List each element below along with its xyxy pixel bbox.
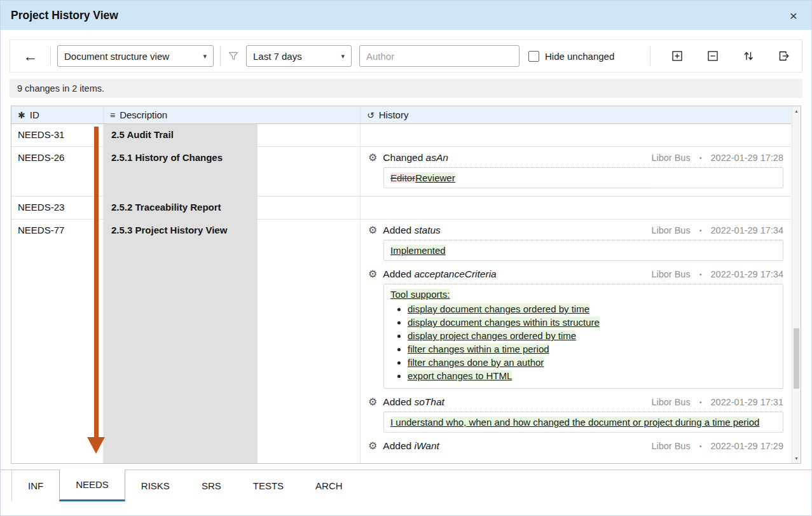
- tab-needs[interactable]: NEEDS: [59, 470, 125, 501]
- toolbar: ← Document structure view ▾ Last 7 days …: [10, 39, 802, 73]
- column-header-id[interactable]: ✱ ID: [11, 106, 104, 123]
- back-button[interactable]: ←: [17, 49, 44, 64]
- entry-meta: Libor Bus•2022-01-29 17:34: [651, 225, 783, 235]
- vertical-scrollbar[interactable]: ▲ ▼: [792, 106, 801, 463]
- table-row[interactable]: NEEDS-772.5.3 Project History View⚙Added…: [11, 220, 791, 463]
- column-label-history: History: [379, 109, 409, 120]
- separator: [50, 46, 51, 66]
- description-heading: 2.5.2 Traceability Report: [104, 197, 258, 219]
- row-history-cell: ⚙Changed asAnLibor Bus•2022-01-29 17:28E…: [361, 147, 791, 196]
- sort-button[interactable]: [742, 50, 755, 62]
- document-tabs: INFNEEDSRISKSSRSTESTSARCH: [1, 470, 811, 501]
- added-text: Implemented: [390, 245, 446, 256]
- added-text: filter changes within a time period: [408, 344, 549, 354]
- project-history-window: Project History View × ← Document struct…: [0, 0, 812, 516]
- filter-icon: [227, 50, 240, 62]
- timestamp: 2022-01-29 17:28: [711, 153, 784, 163]
- row-history-cell: ⚙Added statusLibor Bus•2022-01-29 17:34I…: [361, 220, 791, 463]
- timestamp: 2022-01-29 17:29: [711, 441, 784, 451]
- bullet-separator: •: [699, 227, 702, 234]
- added-text: display document changes ordered by time: [408, 303, 589, 314]
- hide-unchanged-checkbox[interactable]: Hide unchanged: [528, 51, 614, 62]
- column-label-id: ID: [30, 109, 39, 120]
- tab-risks[interactable]: RISKS: [125, 470, 186, 501]
- row-description-cell: 2.5 Audit Trail: [104, 124, 361, 146]
- bullet-separator: •: [699, 442, 702, 450]
- change-box: I understand who, when and how changed t…: [383, 412, 783, 433]
- history-entry: ⚙Added soThatLibor Bus•2022-01-29 17:31I…: [368, 396, 783, 433]
- change-list-item: filter changes done by an author: [408, 357, 776, 368]
- change-list-item: export changes to HTML: [408, 370, 776, 381]
- entry-meta: Libor Bus•2022-01-29 17:34: [651, 269, 783, 279]
- tab-inf[interactable]: INF: [11, 470, 59, 501]
- gear-icon: ⚙: [368, 153, 377, 163]
- timestamp: 2022-01-29 17:34: [711, 269, 784, 279]
- history-entry: ⚙Added acceptanceCriteriaLibor Bus•2022-…: [368, 268, 783, 389]
- added-text: export changes to HTML: [408, 370, 512, 381]
- export-button[interactable]: [778, 50, 790, 62]
- column-header-history[interactable]: ↺ History: [361, 106, 791, 123]
- description-heading: 2.5.1 History of Changes: [104, 147, 258, 196]
- author-input[interactable]: [359, 45, 520, 67]
- entry-header: ⚙Added iWantLibor Bus•2022-01-29 17:29: [368, 440, 783, 452]
- tab-arch[interactable]: ARCH: [299, 470, 359, 501]
- row-id: NEEDS-77: [11, 220, 104, 463]
- author-name: Libor Bus: [651, 397, 690, 407]
- bullet-separator: •: [699, 154, 702, 162]
- change-box: EditorReviewer: [383, 167, 783, 188]
- tab-tests[interactable]: TESTS: [237, 470, 299, 501]
- entry-header: ⚙Added statusLibor Bus•2022-01-29 17:34: [368, 225, 783, 236]
- author-name: Libor Bus: [651, 225, 690, 235]
- checkbox-box[interactable]: [528, 51, 539, 62]
- change-list-item: filter changes within a time period: [408, 344, 776, 354]
- table-row[interactable]: NEEDS-262.5.1 History of Changes⚙Changed…: [11, 147, 791, 197]
- added-text: I understand who, when and how changed t…: [390, 417, 759, 428]
- asterisk-icon: ✱: [18, 110, 25, 120]
- column-header-description[interactable]: ≡ Description: [104, 106, 361, 123]
- scroll-up-icon[interactable]: ▲: [792, 106, 801, 116]
- history-table: ✱ ID ≡ Description ↺ History NEEDS-312.5…: [11, 106, 801, 464]
- added-text: display document changes within its stru…: [408, 317, 600, 328]
- close-icon[interactable]: ×: [786, 8, 801, 24]
- table-row[interactable]: NEEDS-232.5.2 Traceability Report: [11, 197, 791, 220]
- view-select[interactable]: Document structure view ▾: [57, 45, 214, 67]
- entry-title: Added iWant: [383, 440, 439, 452]
- view-select-value: Document structure view: [64, 51, 169, 62]
- table-header: ✱ ID ≡ Description ↺ History: [11, 106, 791, 124]
- period-select-value: Last 7 days: [253, 51, 302, 62]
- chevron-down-icon: ▾: [196, 52, 207, 60]
- table-row[interactable]: NEEDS-312.5 Audit Trail: [11, 124, 791, 147]
- expand-all-button[interactable]: [671, 50, 684, 62]
- window-title: Project History View: [11, 9, 118, 22]
- scrollbar-thumb[interactable]: [794, 328, 799, 389]
- entry-meta: Libor Bus•2022-01-29 17:28: [651, 153, 783, 163]
- added-text: Reviewer: [415, 172, 455, 183]
- timestamp: 2022-01-29 17:34: [711, 225, 784, 235]
- entry-header: ⚙Added acceptanceCriteriaLibor Bus•2022-…: [368, 268, 783, 280]
- tab-srs[interactable]: SRS: [186, 470, 237, 501]
- status-bar: 9 changes in 2 items.: [10, 79, 802, 98]
- removed-text: Editor: [390, 172, 415, 183]
- collapse-all-button[interactable]: [706, 50, 719, 62]
- added-text: filter changes done by an author: [408, 357, 544, 368]
- row-description-cell: 2.5.2 Traceability Report: [104, 197, 361, 219]
- author-name: Libor Bus: [651, 441, 690, 451]
- history-entry: ⚙Added iWantLibor Bus•2022-01-29 17:29: [368, 440, 783, 452]
- bullet-separator: •: [699, 398, 702, 406]
- row-id: NEEDS-26: [11, 147, 104, 196]
- table-body: NEEDS-312.5 Audit TrailNEEDS-262.5.1 His…: [11, 124, 791, 463]
- change-list-item: display document changes within its stru…: [408, 317, 776, 328]
- hide-unchanged-label: Hide unchanged: [545, 51, 614, 62]
- gear-icon: ⚙: [368, 269, 377, 279]
- period-select[interactable]: Last 7 days ▾: [246, 45, 352, 67]
- scroll-down-icon[interactable]: ▼: [792, 454, 801, 463]
- row-description-cell: 2.5.1 History of Changes: [104, 147, 361, 196]
- entry-title: Added status: [383, 225, 441, 236]
- bullet-separator: •: [699, 270, 702, 278]
- entry-meta: Libor Bus•2022-01-29 17:31: [651, 397, 783, 407]
- row-id: NEEDS-31: [11, 124, 104, 146]
- entry-title: Changed asAn: [383, 152, 448, 164]
- change-box: Tool supports:display document changes o…: [383, 284, 783, 389]
- change-list-item: display project changes ordered by time: [408, 330, 776, 341]
- gear-icon: ⚙: [368, 225, 377, 235]
